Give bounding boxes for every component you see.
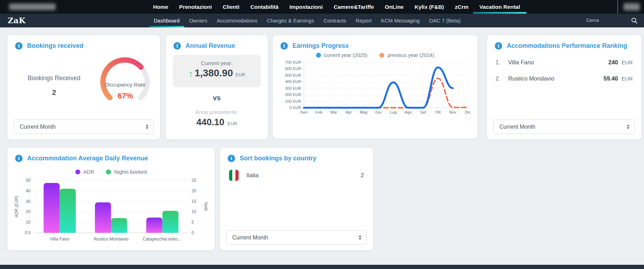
svg-text:Catapecchia imbo…: Catapecchia imbo… <box>143 237 182 242</box>
info-icon[interactable]: i <box>228 155 235 162</box>
earnings-line-chart: 700 EUR600 EUR500 EUR400 EUR300 EUR200 E… <box>273 58 478 117</box>
svg-text:700 EUR: 700 EUR <box>285 60 301 64</box>
module-navigation-bar: ZaK Dashboard Owners Accommodations Char… <box>0 14 644 27</box>
accommodation-name: Villa Fano <box>508 59 608 66</box>
svg-text:0 EUR: 0 EUR <box>290 105 301 110</box>
currency-label: EUR <box>618 59 633 65</box>
subnav-tab-dashboard[interactable]: Dashboard <box>154 14 179 27</box>
previous-year-value: 440.10 <box>196 117 225 128</box>
svg-text:40: 40 <box>26 188 31 193</box>
bookings-by-country-card: i Sort bookings by country Italia 2 Curr… <box>220 148 373 250</box>
period-select-value: Current Month <box>232 235 268 241</box>
topnav-item-prenotazioni[interactable]: Prenotazioni <box>179 0 212 14</box>
ranking-row: 1. Villa Fano 240 EUR <box>487 59 641 66</box>
current-year-label: Current year: <box>173 60 261 66</box>
current-year-box: Current year: ↑ 1,380.90 EUR <box>173 55 261 87</box>
subnav-tab-kcm-messaging[interactable]: KCM Messaging <box>381 14 420 27</box>
svg-text:50: 50 <box>26 178 31 183</box>
legend-previous-year[interactable]: previous year (2024) <box>379 52 434 58</box>
svg-text:5: 5 <box>191 220 194 225</box>
period-select-value: Current Month <box>499 124 535 130</box>
svg-text:Ago: Ago <box>405 110 412 114</box>
previous-year-block: Anno precedente: 440.10 EUR <box>166 109 268 128</box>
performance-ranking-card: i Accommodations Performance Ranking 1. … <box>487 35 641 140</box>
topnav-item-kylix[interactable]: Kylix (F&B) <box>415 0 444 14</box>
legend-nights-booked[interactable]: Nights booked <box>106 169 147 175</box>
topnav-item-contabilita[interactable]: Contabilità <box>250 0 278 14</box>
svg-text:Occupancy Rate: Occupancy Rate <box>105 82 146 88</box>
bookings-received-card: i Bookings received Bookings Received 2 … <box>7 35 160 140</box>
info-icon[interactable]: i <box>173 42 181 50</box>
sub-menu: Dashboard Owners Accommodations Charges … <box>154 14 461 27</box>
info-icon[interactable]: i <box>280 42 288 50</box>
info-icon[interactable]: i <box>15 42 23 50</box>
svg-text:20: 20 <box>191 188 196 193</box>
svg-text:Gen: Gen <box>300 110 308 114</box>
legend-dot-icon <box>106 169 111 174</box>
svg-text:500 EUR: 500 EUR <box>285 73 301 77</box>
earnings-progress-card: i Earnings Progress current year (2025) … <box>273 35 478 139</box>
svg-text:Rustico Mondavio: Rustico Mondavio <box>94 237 128 242</box>
topnav-item-clienti[interactable]: Clienti <box>223 0 239 14</box>
svg-text:Nov: Nov <box>449 110 456 114</box>
topnav-item-online[interactable]: OnLine <box>385 0 404 14</box>
svg-text:Apr: Apr <box>346 110 352 114</box>
svg-text:10: 10 <box>26 220 31 225</box>
svg-text:600 EUR: 600 EUR <box>285 66 301 71</box>
info-icon[interactable]: i <box>495 42 502 50</box>
legend-dot-icon <box>316 53 321 58</box>
svg-text:30: 30 <box>26 199 31 204</box>
previous-year-label: Anno precedente: <box>166 109 268 115</box>
zak-logo[interactable]: ZaK <box>8 16 26 25</box>
subnav-tab-owners[interactable]: Owners <box>189 14 207 27</box>
adr-legend: ADR Nights booked <box>7 169 215 175</box>
topnav-item-vacation-rental[interactable]: Vacation Rental <box>479 0 520 14</box>
svg-text:0.5: 0.5 <box>25 230 31 235</box>
accommodation-name: Rustico Mondavio <box>508 75 604 82</box>
dashboard-content: i Bookings received Bookings Received 2 … <box>0 27 644 265</box>
info-icon[interactable]: i <box>15 155 23 162</box>
svg-text:100 EUR: 100 EUR <box>285 99 301 103</box>
country-name: Italia <box>246 172 353 179</box>
bookings-metric: Bookings Received 2 <box>21 75 87 97</box>
select-arrows-icon <box>359 235 361 240</box>
ranking-row: 2. Rustico Mondavio 59.40 EUR <box>487 75 641 82</box>
svg-text:Lug: Lug <box>390 110 397 114</box>
period-select[interactable]: Current Month <box>14 120 154 134</box>
svg-text:Giu: Giu <box>375 110 382 114</box>
footer-bar <box>0 265 644 269</box>
svg-text:67%: 67% <box>118 91 133 100</box>
subnav-tab-accommodations[interactable]: Accommodations <box>217 14 257 27</box>
search-label[interactable]: Cerca <box>586 18 599 23</box>
svg-text:15: 15 <box>191 199 196 204</box>
period-select[interactable]: Current Month <box>493 120 635 134</box>
subnav-tab-contracts[interactable]: Contracts <box>323 14 346 27</box>
search-icon[interactable] <box>631 17 638 24</box>
legend-current-year[interactable]: current year (2025) <box>316 52 367 58</box>
topnav-item-home[interactable]: Home <box>153 0 168 14</box>
card-title: Accommodations Performance Ranking <box>507 42 627 50</box>
card-title: Earnings Progress <box>292 42 349 50</box>
svg-text:400 EUR: 400 EUR <box>285 79 301 84</box>
rank-number: 1. <box>495 59 508 66</box>
revenue-value: 59.40 <box>604 75 618 82</box>
svg-text:200 EUR: 200 EUR <box>285 92 301 97</box>
select-arrows-icon <box>146 124 149 129</box>
svg-text:Ott: Ott <box>435 110 441 114</box>
svg-text:Villa Fano: Villa Fano <box>50 237 69 242</box>
subnav-tab-dac7[interactable]: DAC 7 (Beta) <box>429 14 461 27</box>
annual-revenue-card: i Annual Revenue Current year: ↑ 1,380.9… <box>166 35 268 140</box>
period-select[interactable]: Current Month <box>226 230 367 245</box>
topnav-item-impostazioni[interactable]: Impostazioni <box>290 0 323 14</box>
redacted-user-chip <box>624 3 640 11</box>
subnav-tab-report[interactable]: Report <box>356 14 372 27</box>
bookings-metric-label: Bookings Received <box>21 75 87 82</box>
subnav-tab-charges-earnings[interactable]: Charges & Earnings <box>267 14 314 27</box>
legend-adr[interactable]: ADR <box>75 169 94 175</box>
topnav-item-camere-tariffe[interactable]: Camere&Tariffe <box>334 0 374 14</box>
legend-label: Nights booked <box>114 169 147 175</box>
card-title: Accommodation Average Daily Revenue <box>27 155 148 162</box>
trend-up-arrow-icon: ↑ <box>189 69 194 79</box>
svg-text:ADR (EUR): ADR (EUR) <box>14 196 19 218</box>
topnav-item-zcrm[interactable]: zCrm <box>455 0 469 14</box>
